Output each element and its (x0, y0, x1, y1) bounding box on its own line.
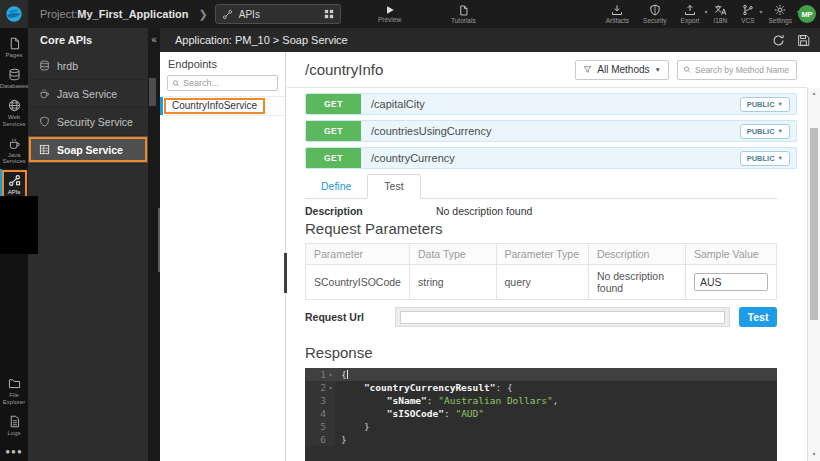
code-line: 6 } (305, 433, 777, 446)
code-line: 5 } (305, 420, 777, 433)
collapse-panel-button[interactable]: « (148, 28, 160, 45)
workspace-selector[interactable]: APIs (215, 4, 341, 24)
fold-icon[interactable]: ▾ (326, 381, 335, 394)
download-tray-icon (611, 4, 623, 16)
sidebar-item-web-services[interactable]: Web Services (0, 94, 28, 132)
folder-icon (8, 377, 21, 390)
shield-icon (649, 4, 661, 16)
preview-button[interactable]: Preview (378, 0, 401, 28)
test-button[interactable]: Test (739, 307, 777, 327)
method-row-capitalcity[interactable]: GET /capitalCity PUBLIC▼ (305, 93, 797, 115)
preview-label: Preview (378, 16, 401, 23)
description-cell: No description found (588, 265, 685, 300)
scroll-up-arrow[interactable]: ▴ (808, 88, 820, 98)
description-row: Description No description found (305, 205, 777, 217)
table-header-row: Parameter Data Type Parameter Type Descr… (306, 244, 777, 265)
table-row: SCountryISOCode string query No descript… (306, 265, 777, 300)
core-api-item-label: Soap Service (57, 144, 123, 156)
grid-icon[interactable] (324, 9, 334, 19)
logo-icon (5, 5, 23, 23)
response-code-editor[interactable]: 1▾ { 2▾ "countryCurrencyResult": { 3 "sN… (305, 368, 777, 461)
core-api-item-label: Java Service (57, 88, 117, 100)
param-type-cell: query (496, 265, 588, 300)
tutorials-button[interactable]: Tutorials (451, 0, 476, 28)
request-url-input[interactable] (400, 311, 725, 324)
chevron-right-icon: ❯ (199, 8, 208, 21)
access-dropdown[interactable]: PUBLIC▼ (740, 151, 790, 166)
tab-bar: Define Test (305, 176, 777, 199)
sidebar-item-pages[interactable]: Pages (0, 32, 28, 63)
sidebar-item-logs[interactable]: Logs (0, 410, 28, 441)
sidebar-item-java-services[interactable]: Java Services (0, 132, 28, 170)
scrollbar-thumb[interactable] (810, 128, 818, 320)
artifacts-button[interactable]: Artifacts (606, 0, 629, 28)
app-window: Project:My_First_Application ❯ APIs Prev… (0, 0, 820, 461)
chevron-down-icon: ▼ (778, 128, 783, 134)
endpoint-item-countryinfoservice[interactable]: CountryInfoService (160, 96, 285, 116)
code-line: 3 "sName": "Australian Dollars", (305, 394, 777, 407)
method-path: /countriesUsingCurrency (371, 125, 740, 137)
column-header: Parameter (306, 244, 410, 265)
tab-define[interactable]: Define (305, 175, 367, 198)
vcs-button[interactable]: ▾ VCS (741, 0, 754, 28)
access-label: PUBLIC (747, 154, 775, 163)
save-icon[interactable] (797, 34, 810, 47)
method-search-input[interactable] (695, 65, 791, 75)
method-search[interactable] (677, 60, 797, 80)
security-button[interactable]: Security (643, 0, 666, 28)
sidebar-item-label: Databases (0, 83, 28, 90)
user-avatar[interactable]: MP (798, 5, 816, 23)
settings-button[interactable]: ▾ Settings (769, 0, 793, 28)
method-path: /capitalCity (371, 98, 740, 110)
endpoints-search-input[interactable] (183, 78, 273, 88)
column-header: Description (588, 244, 685, 265)
code-line: 4 "sISOCode": "AUD" (305, 407, 777, 420)
request-url-label: Request Url (305, 311, 395, 323)
sidebar-item-databases[interactable]: Databases (0, 63, 28, 94)
param-name-cell: SCountryISOCode (306, 265, 410, 300)
access-label: PUBLIC (747, 100, 775, 109)
breadcrumb: Project:My_First_Application (40, 8, 189, 20)
access-dropdown[interactable]: PUBLIC▼ (740, 124, 790, 139)
application-header: Application: PM_10 > Soap Service (160, 28, 820, 52)
export-button[interactable]: ▾ Export (681, 0, 700, 28)
application-title: Application: PM_10 > Soap Service (175, 34, 772, 46)
method-path: /countryCurrency (371, 152, 740, 164)
refresh-icon[interactable] (772, 34, 785, 47)
i18n-button[interactable]: I18N (713, 0, 727, 28)
method-row-countriesusingcurrency[interactable]: GET /countriesUsingCurrency PUBLIC▼ (305, 120, 797, 142)
core-api-item-security-service[interactable]: Security Service (28, 108, 148, 136)
workspace-label: APIs (239, 9, 318, 20)
core-api-item-java-service[interactable]: Java Service (28, 80, 148, 108)
branch-icon (742, 4, 754, 16)
more-options-button[interactable]: ●●● (0, 441, 28, 458)
chevron-down-icon: ▼ (778, 155, 783, 161)
panel-drag-handle[interactable] (284, 253, 287, 293)
topbar-actions: Artifacts Security ▾ Export I18N ▾ VCS (606, 0, 792, 28)
core-api-item-hrdb[interactable]: hrdb (28, 52, 148, 80)
divider-handle[interactable] (158, 208, 160, 272)
filter-label: All Methods (597, 64, 649, 75)
code-line: 2▾ "countryCurrencyResult": { (305, 381, 777, 394)
vertical-scrollbar[interactable]: ▴ ▾ (807, 88, 820, 461)
document-icon (458, 5, 469, 16)
core-api-item-soap-service[interactable]: Soap Service (28, 136, 148, 164)
endpoints-search[interactable] (167, 75, 278, 91)
panel-scrollbar-thumb[interactable] (149, 78, 156, 106)
wavemaker-logo[interactable] (0, 0, 28, 28)
sidebar-item-file-explorer[interactable]: File Explorer (0, 372, 28, 410)
description-value: No description found (436, 205, 532, 217)
data-type-cell: string (409, 265, 496, 300)
globe-icon (8, 99, 21, 112)
i18n-label: I18N (713, 17, 727, 24)
access-dropdown[interactable]: PUBLIC▼ (740, 97, 790, 112)
scroll-down-arrow[interactable]: ▾ (808, 449, 820, 459)
database-icon (39, 60, 50, 71)
methods-filter-dropdown[interactable]: All Methods ▼ (575, 60, 669, 80)
sample-value-input[interactable] (694, 273, 768, 291)
fold-icon[interactable]: ▾ (326, 368, 335, 381)
database-icon (8, 68, 21, 81)
tab-test[interactable]: Test (367, 174, 420, 199)
chevron-down-icon: ▼ (778, 101, 783, 107)
method-row-countrycurrency[interactable]: GET /countryCurrency PUBLIC▼ (305, 147, 797, 169)
